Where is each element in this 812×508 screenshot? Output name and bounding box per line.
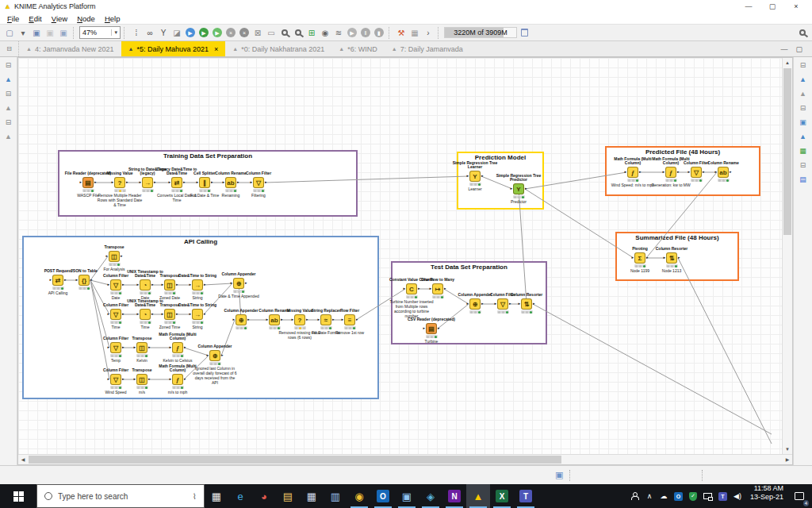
scroll-up-arrow[interactable]: ▲ [783,58,792,67]
scroll-down-arrow[interactable]: ▼ [783,444,792,454]
vertical-scroll-thumb[interactable] [783,68,791,235]
quick-search-icon[interactable] [796,26,809,39]
add-metanode-icon[interactable]: ⊞ [305,26,318,39]
configure-node-icon[interactable]: ◪ [170,26,183,39]
cancel-icon[interactable]: × [224,26,237,39]
annotation-icon[interactable]: ▭ [265,26,278,39]
reset-icon[interactable]: ⊠ [251,26,264,39]
tab-5[interactable]: ▲7: Daily Jamanvada [385,41,470,56]
menu-view[interactable]: View [47,14,72,23]
restore-pane-icon[interactable]: ⊟ [6,61,12,70]
restore-pane-icon[interactable]: ⊟ [800,161,806,170]
taskbar-search[interactable]: Type here to search ⌇ [36,484,205,508]
workflow-node-A23[interactable]: Row Filter▸≡▸Remove 1st row [324,304,375,335]
workflow-node-T7[interactable]: Column Filter▸▽▸Filtering [233,167,284,198]
knime-icon[interactable]: ▲ [466,484,490,508]
onedrive-icon[interactable]: ☁ [660,491,668,502]
save-icon[interactable]: ▣ [30,26,43,39]
pause-icon[interactable]: ‖ [359,26,372,39]
workflow-node-X6[interactable]: Column Resorter▸⇅▸ [501,288,552,314]
preferences-wrench-icon[interactable]: ⚒ [395,26,408,39]
workflow-coach-icon[interactable]: ▲ [5,104,12,113]
restore-pane-icon[interactable]: ⊟ [6,118,12,127]
tab-4[interactable]: ▲*6: WIND [331,41,384,56]
vertical-scrollbar[interactable]: ▲ ▼ [782,58,792,454]
new-workflow-caret[interactable]: ▾ [17,26,29,39]
zoom-fit-icon[interactable] [278,26,291,39]
workflow-node-X3[interactable]: CSV Reader (deprecated)▸▤▸Turbine [406,313,457,344]
excel-icon[interactable]: X [490,484,514,508]
new-workflow-icon[interactable]: ▢ [3,26,16,39]
tab-1[interactable]: ▲4: Jamanvada New 2021 [19,41,121,56]
vpn-icon[interactable]: ◈ [419,484,442,508]
search-nodes-icon[interactable] [292,26,304,39]
people-icon[interactable] [630,491,639,502]
workflow-node-P2[interactable]: Simple Regression Tree Predictor▸Y▸Predi… [493,173,544,204]
menu-edit[interactable]: Edit [24,14,46,23]
start-button[interactable] [0,484,36,508]
calendar-icon[interactable]: ▥ [324,484,347,508]
workflow-node-A18[interactable]: Column Appender▸⊕▸Date & Time Appended [213,267,264,298]
perspective-icon[interactable]: ▦ [408,26,421,39]
remote-desktop-icon[interactable]: ▣ [395,484,419,508]
menu-file[interactable]: File [2,14,24,23]
menu-node[interactable]: Node [72,14,100,23]
restore-pane-icon[interactable]: ⊟ [0,41,19,56]
node-monitor-icon[interactable]: ▣ [799,118,806,127]
volume-icon[interactable]: ◀) [733,491,741,502]
close-button[interactable]: × [784,2,808,10]
restore-pane-icon[interactable]: ⊟ [6,90,12,98]
maximize-button[interactable]: ▢ [760,2,784,10]
restore-pane-icon[interactable]: ⊟ [800,61,806,70]
defender-shield-icon[interactable]: ✓ [689,491,697,502]
tray-chevron-icon[interactable]: ∧ [645,491,653,502]
workflow-node-S2[interactable]: Column Resorter▸⇅▸Node 1213 [646,242,697,273]
edge-icon[interactable]: e [228,484,252,508]
workflow-node-A3[interactable]: Transpose▸◫▸For Analysis [89,241,140,271]
scroll-right-arrow[interactable]: ▶ [783,455,792,464]
knime-hub-icon[interactable]: ≋ [332,26,345,39]
network-icon[interactable] [703,491,712,502]
knime-explorer-icon[interactable]: ▲ [5,75,12,84]
scroll-left-arrow[interactable]: ◀ [18,455,28,464]
outlook-icon[interactable]: O [371,484,395,508]
close-tab-icon[interactable]: × [214,45,218,53]
workflow-node-A24[interactable]: Column Appender▸⊕▸Ignored last Column in… [190,340,240,385]
show-node-ids-icon[interactable]: ◉ [319,26,331,39]
knime-node-info-icon[interactable]: ▲ [799,133,806,141]
workflow-outline-icon[interactable]: ▲ [799,90,806,98]
memory-usage-indicator[interactable]: 3220M of 3909M [444,27,517,38]
tab-3[interactable]: ▲*0: Daily Nakhatrana 2021 [225,41,331,56]
resume-icon[interactable]: ▮ [373,26,385,39]
media-player-icon[interactable]: ◕ [252,484,276,508]
workflow-canvas[interactable]: Training Data Set PreparationPrediction … [18,58,782,454]
node-repository-icon[interactable]: ▲ [5,133,12,141]
workflow-node-F4[interactable]: Column Rename▸ab▸ [698,156,749,182]
minimize-view-button[interactable]: — [780,45,787,53]
teams-tray-icon[interactable]: T [718,491,727,502]
execute-all-icon[interactable]: ▶ [197,26,210,39]
console-icon[interactable]: ▤ [799,175,806,184]
save-all-icon[interactable]: ▣ [57,26,70,39]
save-as-icon[interactable]: ▣ [44,26,56,39]
step-execute-icon[interactable]: ▶ [346,26,358,39]
minimize-button[interactable]: — [737,2,760,10]
outlook-tray-icon[interactable]: O [674,491,683,502]
teams-icon[interactable]: T [514,484,538,508]
file-explorer-icon[interactable]: ▤ [276,484,300,508]
maximize-view-button[interactable]: ▢ [795,45,802,53]
task-view-icon[interactable]: ▦ [205,484,228,508]
node-description-icon[interactable]: ▲ [799,75,806,84]
menu-help[interactable]: Help [100,14,125,23]
insert-node-icon[interactable]: Y [157,26,170,39]
garbage-collect-icon[interactable] [518,26,530,39]
execute-icon[interactable]: ▶ [184,26,197,39]
calculator-icon[interactable]: ▦ [300,484,324,508]
microphone-icon[interactable]: ⌇ [193,492,197,501]
cancel-all-icon[interactable]: × [238,26,251,39]
table-view-icon[interactable]: ▦ [799,147,806,156]
heap-status-icon[interactable]: ▣ [555,470,563,480]
horizontal-scroll-thumb[interactable] [29,456,561,464]
chrome-icon[interactable]: ◉ [347,484,371,508]
horizontal-scrollbar[interactable]: ◀ ▶ [18,454,792,464]
